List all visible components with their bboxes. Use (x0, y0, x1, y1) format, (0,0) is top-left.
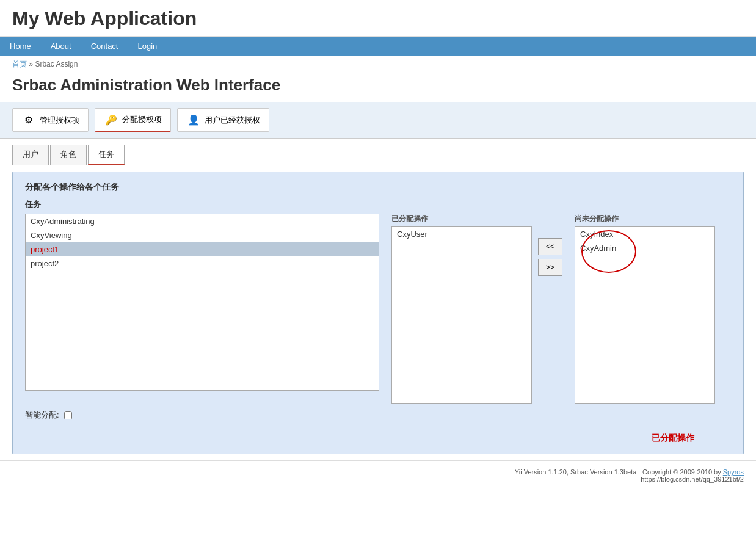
unassigned-list-item[interactable]: CxyAdmin (575, 241, 714, 255)
nav-about[interactable]: About (41, 37, 81, 56)
main-content: 分配各个操作给各个任务 任务 CxyAdministrating CxyView… (12, 172, 744, 454)
tab-user[interactable]: 用户 (12, 145, 49, 165)
breadcrumb: 首页 » Srbac Assign (0, 56, 756, 73)
footer-link[interactable]: Spyros (723, 468, 744, 476)
footer-text: Yii Version 1.1.20, Srbac Version 1.3bet… (515, 468, 723, 476)
already-assigned-label: 已分配操作 (25, 433, 731, 444)
list-item[interactable]: project2 (26, 256, 379, 270)
task-list-section: CxyAdministrating CxyViewing project1 pr… (25, 214, 379, 391)
assigned-section: 已分配操作 CxyUser (391, 214, 532, 404)
assigned-listbox[interactable]: CxyUser (391, 226, 532, 404)
footer-url: https://blog.csdn.net/qq_39121bf/2 (641, 476, 744, 483)
gear-icon: ⚙ (21, 113, 36, 128)
tab-role[interactable]: 角色 (50, 145, 87, 165)
app-title: My Web Application (0, 0, 756, 37)
list-item-selected[interactable]: project1 (26, 242, 379, 256)
unassigned-listbox[interactable]: CxyIndex CxyAdmin (575, 226, 715, 404)
smart-assign-label: 智能分配: (25, 410, 59, 421)
tabs: 用户 角色 任务 (0, 139, 756, 165)
unassigned-section: 尚未分配操作 CxyIndex CxyAdmin (575, 214, 715, 404)
key-icon: 🔑 (104, 112, 118, 127)
assigned-list-item[interactable]: CxyUser (392, 227, 531, 241)
manage-auth-label: 管理授权项 (40, 115, 79, 126)
list-item[interactable]: CxyAdministrating (26, 214, 379, 228)
assign-auth-label: 分配授权项 (122, 114, 162, 125)
task-label: 任务 (25, 199, 731, 210)
breadcrumb-home[interactable]: 首页 (12, 60, 27, 68)
unassigned-label: 尚未分配操作 (575, 214, 715, 224)
nav-login[interactable]: Login (128, 37, 167, 56)
user-auth-button[interactable]: 👤 用户已经获授权 (177, 108, 269, 132)
user-icon: 👤 (186, 113, 201, 128)
arrows-section: << >> (532, 214, 569, 276)
nav-home[interactable]: Home (0, 37, 41, 56)
footer: Yii Version 1.1.20, Srbac Version 1.3bet… (0, 460, 756, 490)
page-title: Srbac Administration Web Interface (0, 73, 756, 102)
user-auth-label: 用户已经获授权 (205, 115, 260, 126)
breadcrumb-current: Srbac Assign (35, 60, 78, 68)
list-item[interactable]: CxyViewing (26, 228, 379, 242)
move-right-button[interactable]: >> (538, 259, 562, 276)
assigned-label: 已分配操作 (391, 214, 532, 224)
smart-assign: 智能分配: (25, 410, 731, 421)
manage-auth-button[interactable]: ⚙ 管理授权项 (12, 108, 89, 132)
lists-container: CxyAdministrating CxyViewing project1 pr… (25, 214, 731, 404)
section-title: 分配各个操作给各个任务 (25, 182, 731, 193)
toolbar: ⚙ 管理授权项 🔑 分配授权项 👤 用户已经获授权 (0, 102, 756, 139)
smart-assign-checkbox[interactable] (64, 411, 72, 419)
assign-auth-button[interactable]: 🔑 分配授权项 (95, 108, 171, 132)
unassigned-list-item[interactable]: CxyIndex (575, 227, 714, 241)
navbar: Home About Contact Login (0, 37, 756, 56)
breadcrumb-separator: » (29, 60, 33, 68)
move-left-button[interactable]: << (538, 238, 562, 255)
nav-contact[interactable]: Contact (81, 37, 128, 56)
tab-task[interactable]: 任务 (88, 145, 125, 165)
task-listbox[interactable]: CxyAdministrating CxyViewing project1 pr… (25, 214, 379, 391)
